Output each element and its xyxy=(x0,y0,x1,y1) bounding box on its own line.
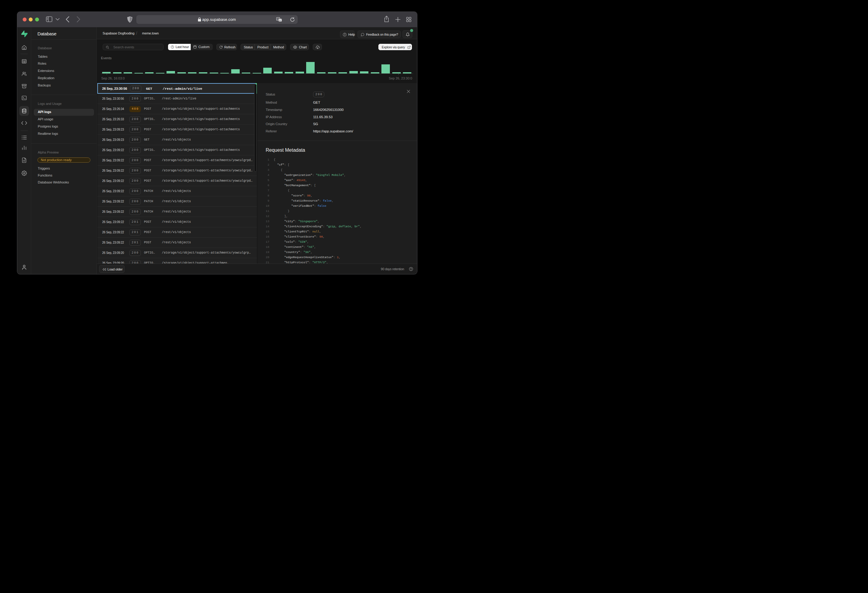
svg-text:x: x xyxy=(280,19,281,22)
